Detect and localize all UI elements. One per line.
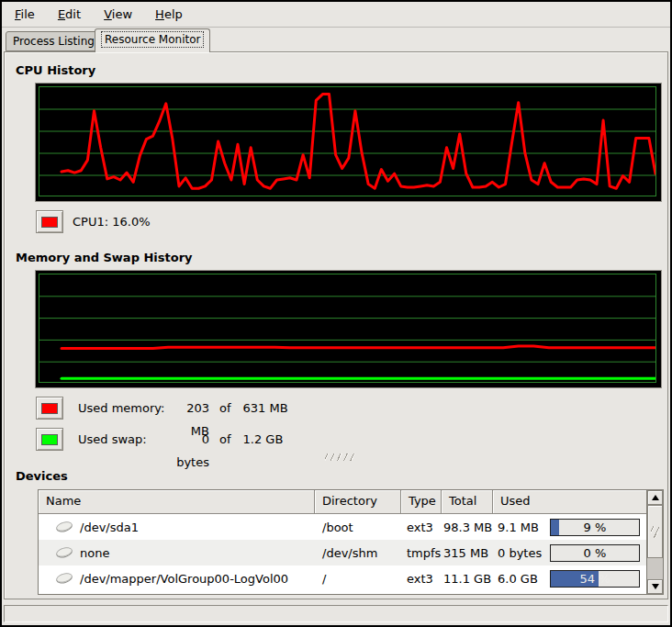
column-header-directory[interactable]: Directory	[315, 490, 401, 514]
table-row[interactable]: /dev/mapper/VolGroup00-LogVol00 / ext3 1…	[39, 565, 646, 591]
tab-label: Resource Monitor	[102, 32, 203, 47]
swap-legend-label: Used swap:	[78, 428, 167, 474]
device-name: none	[80, 546, 109, 560]
devices-title: Devices	[16, 469, 68, 483]
column-header-type[interactable]: Type	[401, 490, 442, 514]
swap-color-swatch	[41, 434, 58, 445]
system-monitor-window: File Edit View Help Process Listing Reso…	[0, 0, 672, 627]
scroll-up-button[interactable]	[647, 490, 663, 505]
devices-table: Name Directory Type Total Used /dev/sda1…	[38, 489, 664, 595]
cpu-history-chart	[39, 86, 656, 196]
arrow-down-icon	[652, 584, 659, 589]
column-header-total[interactable]: Total	[442, 490, 493, 514]
menu-file[interactable]: File	[6, 2, 44, 27]
swap-color-button[interactable]	[36, 428, 63, 451]
status-bar	[4, 605, 668, 622]
cpu-legend-label: CPU1: 16.0%	[73, 210, 151, 233]
device-type: ext3	[401, 572, 442, 586]
devices-table-body: Name Directory Type Total Used /dev/sda1…	[39, 490, 646, 594]
memory-color-button[interactable]	[36, 397, 63, 420]
usage-progress-bar: 0 %	[550, 544, 640, 562]
device-total: 11.1 GB	[442, 572, 493, 586]
device-directory: /	[315, 572, 401, 586]
progress-label: 0 %	[551, 545, 639, 561]
devices-table-header: Name Directory Type Total Used	[39, 490, 646, 514]
device-total: 98.3 MB	[442, 521, 493, 534]
device-directory: /dev/shm	[315, 546, 401, 560]
device-directory: /boot	[315, 521, 401, 534]
pane-resize-grip[interactable]	[325, 453, 356, 461]
device-used: 6.0 GB	[498, 572, 538, 586]
tab-process-listing[interactable]: Process Listing	[6, 31, 102, 51]
device-used: 9.1 MB	[498, 521, 539, 534]
device-type: tmpfs	[401, 546, 442, 560]
disk-icon	[55, 521, 73, 533]
menu-help[interactable]: Help	[146, 2, 192, 27]
menu-view[interactable]: View	[95, 2, 141, 27]
memory-color-swatch	[41, 403, 58, 414]
memory-swap-graph	[35, 270, 662, 388]
cpu-history-title: CPU History	[16, 63, 95, 77]
table-row[interactable]: none /dev/shm tmpfs 315 MB 0 bytes 0 %	[39, 540, 646, 565]
usage-progress-bar: 9 %	[550, 519, 640, 536]
thumb-grip-icon	[651, 526, 659, 538]
progress-label: 9 %	[551, 520, 639, 535]
device-name: /dev/mapper/VolGroup00-LogVol00	[80, 572, 288, 586]
scrollbar-thumb[interactable]	[647, 505, 663, 558]
swap-total-value: 1.2 GB	[243, 428, 284, 474]
column-header-name[interactable]: Name	[39, 490, 315, 514]
cpu-history-graph	[35, 83, 662, 202]
device-used: 0 bytes	[498, 546, 542, 560]
menu-edit[interactable]: Edit	[49, 2, 90, 27]
disk-icon	[55, 572, 73, 585]
arrow-up-icon	[652, 495, 659, 500]
resource-monitor-page: CPU History CPU1: 16.0% Memory and Swap …	[4, 51, 668, 599]
cpu-color-swatch	[41, 217, 58, 228]
swap-of-text: of	[219, 428, 231, 474]
scrollbar-trough[interactable]	[647, 558, 663, 579]
tab-resource-monitor[interactable]: Resource Monitor	[95, 28, 210, 52]
progress-label: 54 %	[551, 571, 639, 587]
vertical-scrollbar[interactable]	[646, 490, 663, 594]
disk-icon	[55, 546, 73, 559]
cpu-color-button[interactable]	[36, 210, 63, 233]
swap-legend-row: Used swap: 0 bytes of 1.2 GB	[78, 428, 283, 474]
device-name: /dev/sda1	[80, 521, 139, 534]
column-header-used[interactable]: Used	[493, 490, 646, 514]
swap-used-value: 0 bytes	[167, 428, 209, 474]
device-type: ext3	[401, 521, 442, 534]
menubar: File Edit View Help	[2, 2, 670, 28]
device-total: 315 MB	[442, 546, 493, 560]
memory-swap-title: Memory and Swap History	[16, 251, 193, 264]
usage-progress-bar: 54 %	[550, 570, 640, 588]
table-row[interactable]: /dev/sda1 /boot ext3 98.3 MB 9.1 MB 9 %	[39, 514, 646, 540]
scroll-down-button[interactable]	[647, 579, 663, 594]
tab-label: Process Listing	[13, 35, 95, 48]
memory-swap-chart	[39, 274, 656, 383]
